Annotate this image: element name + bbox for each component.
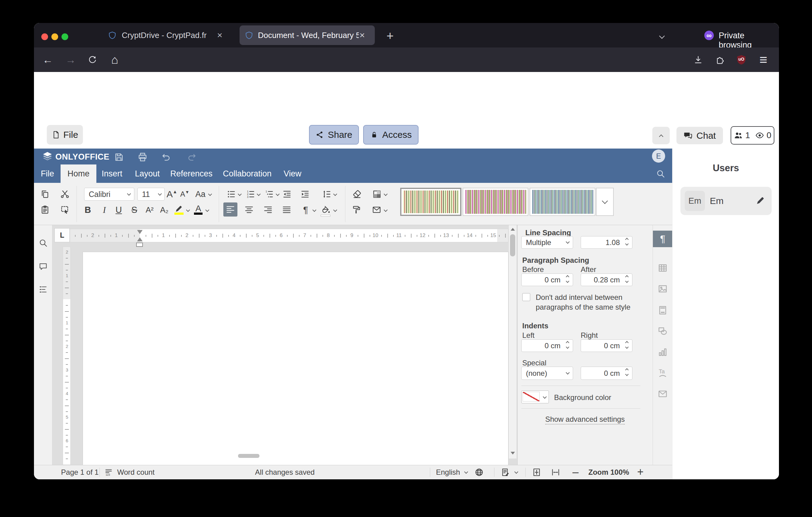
select-all-button[interactable]	[58, 203, 71, 217]
font-color-button[interactable]: A	[192, 202, 205, 215]
editor-search-icon[interactable]	[654, 167, 667, 181]
new-tab-button[interactable]: +	[383, 28, 398, 43]
language-selector[interactable]: English	[436, 468, 460, 477]
bullet-list-dropdown-icon[interactable]	[238, 192, 242, 196]
hanging-indent-marker[interactable]	[137, 237, 143, 241]
menu-tab-references[interactable]: References	[170, 164, 213, 183]
save-button[interactable]	[112, 151, 126, 164]
numbered-list-button[interactable]	[244, 187, 257, 201]
line-spacing-value-input[interactable]: 1.08	[581, 236, 632, 249]
copy-button[interactable]	[38, 187, 52, 201]
shading-dropdown-icon[interactable]	[384, 192, 388, 196]
bullet-list-button[interactable]	[225, 187, 238, 201]
user-card[interactable]: Em Em	[680, 187, 772, 215]
paragraph-shading-button[interactable]	[319, 203, 332, 217]
paragraph-shading-dropdown-icon[interactable]	[333, 208, 337, 212]
font-color-dropdown-icon[interactable]	[205, 208, 209, 212]
chat-button[interactable]: Chat	[676, 127, 723, 144]
mail-merge-settings-tab[interactable]	[657, 388, 668, 399]
style-preview-normal-selected[interactable]	[400, 188, 461, 216]
language-dropdown-icon[interactable]	[464, 470, 468, 474]
paragraph-marks-dropdown-icon[interactable]	[312, 208, 316, 212]
mail-merge-button[interactable]	[370, 203, 383, 217]
text-art-settings-tab[interactable]	[657, 368, 668, 379]
header-footer-settings-tab[interactable]	[657, 305, 668, 316]
home-button[interactable]: ⌂	[107, 52, 122, 67]
mail-merge-dropdown-icon[interactable]	[384, 208, 388, 212]
chart-settings-tab[interactable]	[657, 347, 668, 358]
close-tab-icon[interactable]: ×	[359, 30, 365, 40]
page-number-status[interactable]: Page 1 of 1	[55, 468, 104, 477]
spacing-after-input[interactable]: 0.28 cm	[581, 273, 632, 286]
track-changes-dropdown-icon[interactable]	[514, 470, 518, 474]
undo-button[interactable]	[160, 151, 173, 164]
forward-button[interactable]: →	[63, 52, 78, 67]
vertical-ruler[interactable]: 21123456	[63, 247, 71, 465]
paragraph-marks-button[interactable]: ¶	[299, 203, 312, 217]
multilevel-list-dropdown-icon[interactable]	[276, 192, 280, 196]
table-shading-button[interactable]	[370, 187, 384, 201]
cut-button[interactable]	[58, 187, 71, 201]
align-right-button[interactable]	[261, 203, 275, 217]
redo-button[interactable]	[185, 151, 199, 164]
fit-page-button[interactable]	[532, 468, 541, 477]
justify-button[interactable]	[280, 203, 293, 217]
image-settings-tab[interactable]	[657, 283, 668, 294]
back-button[interactable]: ←	[40, 52, 55, 67]
align-left-button-active[interactable]	[223, 202, 237, 217]
menu-tab-home[interactable]: Home	[61, 164, 96, 183]
edit-name-pencil-icon[interactable]	[756, 195, 765, 205]
underline-button[interactable]: U	[112, 203, 125, 217]
line-spacing-button[interactable]	[320, 187, 334, 201]
menu-tab-collaboration[interactable]: Collaboration	[223, 164, 272, 183]
print-button[interactable]	[136, 151, 149, 164]
spacing-before-input[interactable]: 0 cm	[521, 273, 573, 286]
special-select[interactable]: (none)	[521, 366, 573, 380]
indent-right-input[interactable]: 0 cm	[581, 339, 632, 352]
strikethrough-button[interactable]: S	[127, 203, 141, 217]
vertical-scrollbar[interactable]	[509, 225, 517, 459]
style-preview-no-spacing[interactable]	[463, 188, 528, 216]
highlight-color-button[interactable]	[172, 202, 186, 215]
editor-user-avatar[interactable]: E	[652, 149, 665, 163]
font-name-select[interactable]: Calibri	[84, 188, 134, 200]
vertical-scroll-thumb[interactable]	[510, 234, 515, 256]
ublock-origin-button[interactable]: uO	[734, 52, 749, 67]
collapse-toolbar-button[interactable]	[652, 127, 670, 144]
line-spacing-dropdown-icon[interactable]	[333, 192, 337, 196]
tab-document-active[interactable]: Document - Wed, February 5, 20 ×	[239, 25, 375, 45]
tab-cryptdrive[interactable]: CryptDrive - CryptPad.fr ×	[106, 25, 237, 45]
reload-button[interactable]	[85, 52, 100, 67]
navigation-headings-button[interactable]	[38, 284, 49, 295]
word-count-button[interactable]: Word count	[117, 468, 154, 477]
numbered-list-dropdown-icon[interactable]	[257, 192, 261, 196]
close-tab-icon[interactable]: ×	[217, 30, 223, 40]
paste-button[interactable]	[38, 203, 52, 217]
menu-tab-file[interactable]: File	[38, 164, 57, 183]
presence-counter[interactable]: 1 0	[731, 126, 774, 144]
horizontal-ruler[interactable]: 21123456789101112131415	[70, 229, 509, 242]
menu-tab-insert[interactable]: Insert	[100, 164, 124, 183]
downloads-button[interactable]	[691, 52, 705, 67]
decrease-font-button[interactable]: A▼	[178, 187, 192, 201]
background-color-dropdown-icon[interactable]	[543, 395, 547, 399]
spinner[interactable]	[624, 342, 630, 348]
document-page[interactable]	[83, 252, 509, 465]
zoom-window-button[interactable]	[61, 33, 68, 40]
increase-indent-button[interactable]	[298, 187, 312, 201]
zoom-in-button[interactable]: +	[634, 466, 646, 478]
comments-button[interactable]	[38, 261, 49, 272]
menu-hamburger-button[interactable]: ≡	[756, 52, 771, 67]
spinner[interactable]	[624, 238, 630, 245]
spinner[interactable]	[624, 276, 630, 282]
indent-left-input[interactable]: 0 cm	[521, 339, 573, 352]
zoom-level[interactable]: Zoom 100%	[588, 468, 629, 477]
menu-tab-layout[interactable]: Layout	[133, 164, 162, 183]
scroll-up-arrow[interactable]	[511, 228, 515, 230]
file-menu-button[interactable]: File	[47, 125, 83, 144]
font-size-select[interactable]: 11	[137, 188, 165, 200]
track-changes-button[interactable]	[501, 468, 510, 477]
interval-checkbox[interactable]	[522, 293, 530, 301]
access-button[interactable]: Access	[363, 125, 418, 144]
fit-width-button[interactable]	[551, 468, 560, 477]
